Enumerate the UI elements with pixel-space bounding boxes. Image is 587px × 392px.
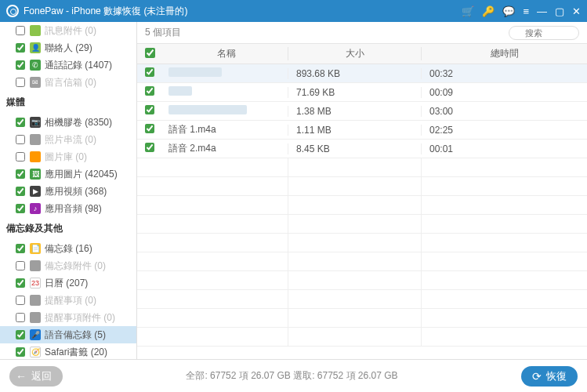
cell-size: 8.45 KB xyxy=(288,143,421,154)
sidebar-checkbox[interactable] xyxy=(16,347,25,357)
back-label: 返回 xyxy=(31,369,52,383)
section-header-media: 媒體 xyxy=(0,91,136,114)
cell-name xyxy=(162,105,288,117)
column-size[interactable]: 大小 xyxy=(288,47,421,60)
sidebar-checkbox[interactable] xyxy=(16,26,25,35)
sidebar-item: 提醒事項 (0) xyxy=(0,292,136,309)
main-topbar: 5 個項目 xyxy=(137,22,587,44)
back-arrow-icon: ← xyxy=(16,370,27,383)
sidebar-item[interactable]: 👤聯絡人 (29) xyxy=(0,39,136,56)
sidebar: 訊息附件 (0)👤聯絡人 (29)✆通話記錄 (1407)✉留言信箱 (0)媒體… xyxy=(0,22,137,359)
table-row[interactable]: 1.38 MB03:00 xyxy=(137,102,587,121)
category-icon: ♪ xyxy=(30,203,41,214)
cell-size: 1.38 MB xyxy=(288,106,421,117)
row-checkbox[interactable] xyxy=(145,67,154,77)
sidebar-item-label: 應用視頻 (368) xyxy=(45,185,107,198)
chat-icon[interactable]: 💬 xyxy=(502,5,515,17)
row-checkbox[interactable] xyxy=(145,143,154,152)
maximize-icon[interactable]: ▢ xyxy=(555,5,564,17)
table-body: 893.68 KB00:3271.69 KB00:091.38 MB03:00語… xyxy=(137,64,587,359)
sidebar-item-label: 相機膠卷 (8350) xyxy=(45,116,112,129)
menu-icon[interactable]: ≡ xyxy=(523,5,529,17)
main-panel: 5 個項目 名稱 大小 總時間 893.68 KB00:3271.69 KB00… xyxy=(137,22,587,359)
titlebar: FonePaw - iPhone 數據恢復 (未注冊的) 🛒 🔑 💬 ≡ — ▢… xyxy=(0,0,587,22)
sidebar-item[interactable]: 🎤語音備忘錄 (5) xyxy=(0,326,136,343)
sidebar-item-label: 語音備忘錄 (5) xyxy=(45,328,106,342)
category-icon: 23 xyxy=(30,278,41,289)
sidebar-checkbox[interactable] xyxy=(16,204,25,213)
category-icon: 🖼 xyxy=(30,169,41,180)
empty-row xyxy=(137,290,587,309)
row-checkbox[interactable] xyxy=(145,105,154,114)
minimize-icon[interactable]: — xyxy=(537,5,547,17)
sidebar-item[interactable]: 📄備忘錄 (16) xyxy=(0,240,136,257)
category-icon xyxy=(30,151,41,162)
sidebar-item[interactable]: 📷相機膠卷 (8350) xyxy=(0,114,136,131)
empty-row xyxy=(137,252,587,271)
column-duration[interactable]: 總時間 xyxy=(421,47,587,60)
category-icon: 📷 xyxy=(30,117,41,128)
recover-label: 恢復 xyxy=(546,369,567,383)
category-icon xyxy=(30,312,41,323)
table-row[interactable]: 71.69 KB00:09 xyxy=(137,83,587,102)
sidebar-checkbox[interactable] xyxy=(16,261,25,270)
sidebar-item-label: 備忘錄附件 (0) xyxy=(45,260,106,273)
sidebar-checkbox[interactable] xyxy=(16,78,25,87)
sidebar-checkbox[interactable] xyxy=(16,296,25,305)
empty-row xyxy=(137,177,587,196)
back-button[interactable]: ← 返回 xyxy=(9,366,63,387)
window-title: FonePaw - iPhone 數據恢復 (未注冊的) xyxy=(24,5,187,18)
cart-icon[interactable]: 🛒 xyxy=(462,5,474,17)
sidebar-item-label: 圖片庫 (0) xyxy=(45,151,87,164)
empty-row xyxy=(137,215,587,234)
search-input[interactable] xyxy=(509,26,579,40)
sidebar-checkbox[interactable] xyxy=(16,152,25,162)
table-header: 名稱 大小 總時間 xyxy=(137,44,587,64)
category-icon: ✉ xyxy=(30,77,41,88)
sidebar-item[interactable]: ✆通話記錄 (1407) xyxy=(0,56,136,74)
sidebar-item[interactable]: ▶應用視頻 (368) xyxy=(0,183,136,200)
table-row[interactable]: 語音 1.m4a1.11 MB02:25 xyxy=(137,121,587,140)
cell-size: 893.68 KB xyxy=(288,68,421,79)
empty-row xyxy=(137,328,587,347)
cell-duration: 00:32 xyxy=(421,68,587,79)
table-row[interactable]: 893.68 KB00:32 xyxy=(137,64,587,83)
row-checkbox[interactable] xyxy=(145,124,154,133)
cell-duration: 03:00 xyxy=(421,106,587,117)
row-checkbox[interactable] xyxy=(145,86,154,96)
sidebar-checkbox[interactable] xyxy=(16,278,25,288)
select-all-checkbox[interactable] xyxy=(145,48,155,58)
recover-button[interactable]: ⟳ 恢復 xyxy=(521,366,578,387)
sidebar-item-label: 日曆 (207) xyxy=(45,277,88,290)
sidebar-item-label: 照片串流 (0) xyxy=(45,133,96,147)
sidebar-checkbox[interactable] xyxy=(16,135,25,144)
sidebar-item[interactable]: ♪應用音頻 (98) xyxy=(0,200,136,217)
sidebar-checkbox[interactable] xyxy=(16,330,25,339)
column-name[interactable]: 名稱 xyxy=(162,47,288,60)
key-icon[interactable]: 🔑 xyxy=(482,5,495,17)
sidebar-checkbox[interactable] xyxy=(16,169,25,179)
sidebar-item-label: 聯絡人 (29) xyxy=(45,42,92,55)
sidebar-item[interactable]: 🧭Safari書籤 (20) xyxy=(0,343,136,359)
sidebar-checkbox[interactable] xyxy=(16,244,25,253)
sidebar-checkbox[interactable] xyxy=(16,43,25,53)
sidebar-checkbox[interactable] xyxy=(16,118,25,127)
category-icon xyxy=(30,260,41,271)
sidebar-checkbox[interactable] xyxy=(16,60,25,70)
cell-name xyxy=(162,86,288,98)
category-icon: 📄 xyxy=(30,243,41,254)
sidebar-checkbox[interactable] xyxy=(16,313,25,322)
sidebar-checkbox[interactable] xyxy=(16,187,25,196)
cell-duration: 00:01 xyxy=(421,143,587,154)
app-logo-icon xyxy=(6,5,19,17)
category-icon: 🎤 xyxy=(30,329,41,340)
close-icon[interactable]: ✕ xyxy=(572,5,581,17)
table-row[interactable]: 語音 2.m4a8.45 KB00:01 xyxy=(137,140,587,158)
sidebar-item[interactable]: 23日曆 (207) xyxy=(0,274,136,292)
sidebar-item: ✉留言信箱 (0) xyxy=(0,74,136,91)
sidebar-item-label: 應用音頻 (98) xyxy=(45,202,102,216)
empty-row xyxy=(137,234,587,252)
sidebar-item[interactable]: 🖼應用圖片 (42045) xyxy=(0,165,136,183)
sidebar-item: 備忘錄附件 (0) xyxy=(0,257,136,274)
empty-row xyxy=(137,271,587,290)
